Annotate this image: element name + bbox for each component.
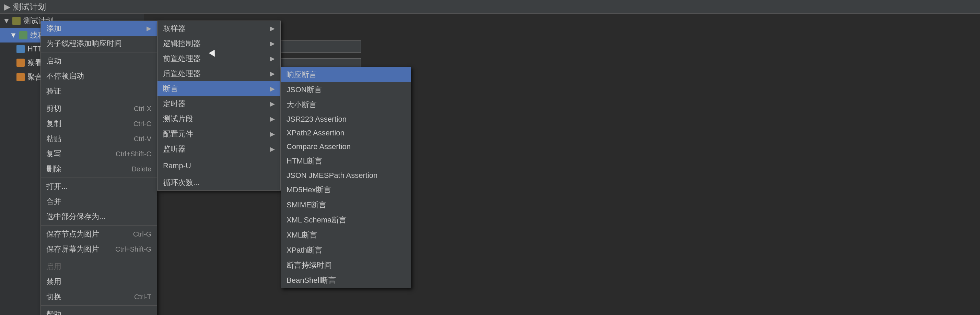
- title-bar-text: 测试计划: [13, 2, 46, 12]
- menu-item-start[interactable]: 启动: [41, 54, 157, 68]
- menu-item-timer[interactable]: 定时器 ▶: [158, 96, 280, 111]
- menu-item-ramp-u[interactable]: Ramp-U: [158, 159, 280, 173]
- json-assertion-label: JSON断言: [286, 85, 322, 95]
- threadgroup-icon: [19, 31, 27, 40]
- menu-item-test-fragment[interactable]: 测试片段 ▶: [158, 111, 280, 127]
- pre-arrow-icon: ▶: [270, 55, 275, 62]
- loop-times-label: 循环次数...: [163, 177, 199, 188]
- menu-item-response-assertion[interactable]: 响应断言: [281, 67, 411, 82]
- menu-item-listener[interactable]: 监听器 ▶: [158, 142, 280, 157]
- menu-item-json-jmespath-assertion[interactable]: JSON JMESPath Assertion: [281, 169, 411, 182]
- rewrite-shortcut: Ctrl+Shift-C: [116, 150, 151, 158]
- timer-label: 定时器: [163, 99, 186, 109]
- menu-item-switch[interactable]: 切换 Ctrl-T: [41, 289, 157, 304]
- menu-item-logic-controller[interactable]: 逻辑控制器 ▶: [158, 36, 280, 51]
- testplan-icon: [12, 17, 21, 25]
- save-screen-image-label: 保存屏幕为图片: [46, 244, 99, 254]
- separator-5: [41, 258, 157, 258]
- menu-item-compare-assertion[interactable]: Compare Assertion: [281, 140, 411, 154]
- menu-item-config-element[interactable]: 配置元件 ▶: [158, 127, 280, 142]
- menu-item-delete[interactable]: 删除 Delete: [41, 161, 157, 177]
- save-node-shortcut: Ctrl-G: [133, 230, 151, 238]
- xpath2-assertion-label: XPath2 Assertion: [286, 128, 345, 138]
- menu-item-xpath-assertion[interactable]: XPath断言: [281, 243, 411, 258]
- rewrite-label: 复写: [46, 149, 61, 159]
- menu-item-assertion-duration[interactable]: 断言持续时间: [281, 258, 411, 273]
- title-bar: ▶ 测试计划: [0, 0, 980, 14]
- menu-item-xpath2-assertion[interactable]: XPath2 Assertion: [281, 126, 411, 140]
- separator-3: [41, 177, 157, 178]
- response-assertion-label: 响应断言: [286, 70, 317, 80]
- menu-item-add-response-time[interactable]: 为子线程添加响应时间: [41, 36, 157, 51]
- help-label: 帮助: [46, 309, 61, 315]
- logic-controller-label: 逻辑控制器: [163, 38, 201, 49]
- menu-item-json-assertion[interactable]: JSON断言: [281, 82, 411, 97]
- menu-item-sampler[interactable]: 取样器 ▶: [158, 21, 280, 36]
- config-element-label: 配置元件: [163, 129, 193, 139]
- open-label: 打开...: [46, 181, 68, 192]
- html-assertion-label: HTML断言: [286, 156, 322, 166]
- separator-1: [41, 52, 157, 52]
- menu-item-add[interactable]: 添加 ▶: [41, 21, 157, 36]
- menu-item-paste[interactable]: 粘贴 Ctrl-V: [41, 131, 157, 146]
- menu-item-disable[interactable]: 禁用: [41, 274, 157, 289]
- config-arrow-icon: ▶: [270, 130, 275, 138]
- paste-shortcut: Ctrl-V: [134, 135, 151, 143]
- listener-label: 监听器: [163, 144, 186, 154]
- menu-item-html-assertion[interactable]: HTML断言: [281, 154, 411, 169]
- context-menu-2: 取样器 ▶ 逻辑控制器 ▶ 前置处理器 ▶ 后置处理器 ▶ 断言 ▶ 定时器 ▶…: [157, 21, 281, 191]
- logic-arrow-icon: ▶: [270, 40, 275, 47]
- menu-item-xml-schema-assertion[interactable]: XML Schema断言: [281, 212, 411, 228]
- agg-icon: [16, 73, 25, 81]
- menu-item-smime-assertion[interactable]: SMIME断言: [281, 198, 411, 212]
- menu-item-md5hex-assertion[interactable]: MD5Hex断言: [281, 182, 411, 198]
- menu-item-add-label: 添加: [46, 23, 61, 33]
- context-menu-3: 响应断言 JSON断言 大小断言 JSR223 Assertion XPath2…: [281, 67, 411, 288]
- menu-item-xml-assertion[interactable]: XML断言: [281, 228, 411, 243]
- start-label: 启动: [46, 56, 61, 66]
- menu-item-copy[interactable]: 复制 Ctrl-C: [41, 116, 157, 131]
- separator-6: [41, 306, 157, 306]
- copy-label: 复制: [46, 119, 61, 129]
- menu-item-save-partial[interactable]: 选中部分保存为...: [41, 209, 157, 224]
- merge-label: 合并: [46, 196, 61, 207]
- separator-m2: [158, 158, 280, 158]
- ramp-u-label: Ramp-U: [163, 161, 191, 170]
- assertion-arrow-icon: ▶: [270, 85, 275, 93]
- listener-arrow-icon: ▶: [270, 145, 275, 153]
- menu-item-loop-times[interactable]: 循环次数...: [158, 175, 280, 190]
- save-screen-shortcut: Ctrl+Shift-G: [115, 245, 151, 253]
- save-node-image-label: 保存节点为图片: [46, 229, 99, 239]
- menu-item-post-processor[interactable]: 后置处理器 ▶: [158, 66, 280, 81]
- json-jmespath-assertion-label: JSON JMESPath Assertion: [286, 171, 377, 180]
- xpath-assertion-label: XPath断言: [286, 245, 322, 255]
- menu-item-validate[interactable]: 验证: [41, 84, 157, 99]
- menu-item-no-pause-start[interactable]: 不停顿启动: [41, 68, 157, 84]
- sampler-label: 取样器: [163, 23, 186, 33]
- app-icon: ▶: [4, 2, 10, 12]
- separator-4: [41, 225, 157, 226]
- post-processor-label: 后置处理器: [163, 68, 201, 79]
- menu-item-beanshell-assertion[interactable]: BeanShell断言: [281, 273, 411, 288]
- assertion-duration-label: 断言持续时间: [286, 260, 332, 271]
- no-pause-start-label: 不停顿启动: [46, 71, 84, 81]
- menu-item-merge[interactable]: 合并: [41, 194, 157, 209]
- paste-label: 粘贴: [46, 134, 61, 144]
- menu-item-open[interactable]: 打开...: [41, 179, 157, 194]
- menu-item-assertion[interactable]: 断言 ▶: [158, 81, 280, 96]
- md5hex-assertion-label: MD5Hex断言: [286, 185, 331, 195]
- menu-item-jsr223-assertion[interactable]: JSR223 Assertion: [281, 112, 411, 126]
- timer-arrow-icon: ▶: [270, 100, 275, 108]
- menu-item-enable: 启用: [41, 259, 157, 274]
- switch-shortcut: Ctrl-T: [134, 293, 151, 301]
- menu-item-rewrite[interactable]: 复写 Ctrl+Shift-C: [41, 146, 157, 161]
- add-arrow-icon: ▶: [146, 25, 151, 32]
- menu-item-size-assertion[interactable]: 大小断言: [281, 97, 411, 112]
- menu-item-save-node-image[interactable]: 保存节点为图片 Ctrl-G: [41, 226, 157, 242]
- pre-processor-label: 前置处理器: [163, 54, 201, 64]
- menu-item-save-screen-image[interactable]: 保存屏幕为图片 Ctrl+Shift-G: [41, 242, 157, 257]
- size-assertion-label: 大小断言: [286, 100, 317, 110]
- menu-item-pre-processor[interactable]: 前置处理器 ▶: [158, 51, 280, 66]
- menu-item-help[interactable]: 帮助: [41, 307, 157, 315]
- menu-item-cut[interactable]: 剪切 Ctrl-X: [41, 101, 157, 116]
